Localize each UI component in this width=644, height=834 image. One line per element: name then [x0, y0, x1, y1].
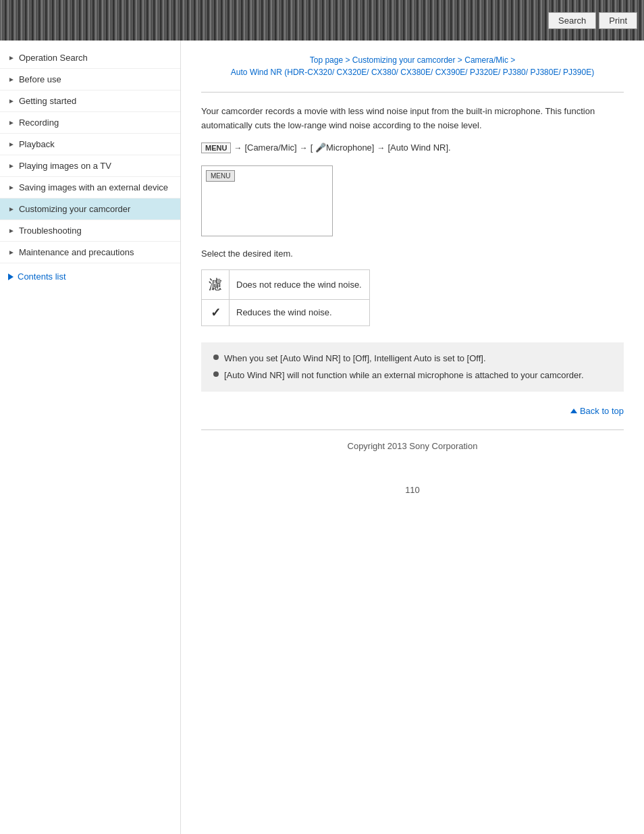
arrow-right-icon [8, 273, 14, 280]
bullet-icon-1 [213, 355, 219, 360]
note-item-2: [Auto Wind NR] will not function while a… [213, 369, 612, 382]
arrow-icon: ► [8, 184, 15, 191]
print-button[interactable]: Print [599, 12, 637, 29]
arrow-icon: ► [8, 249, 15, 256]
sidebar-item-operation-search[interactable]: ► Operation Search [0, 47, 180, 69]
menu-step2: [ 🎤Microphone] [311, 142, 375, 153]
header-buttons: Search Print [548, 12, 637, 29]
select-item-text: Select the desired item. [201, 249, 624, 259]
table-row: ✓ Reduces the wind noise. [202, 299, 370, 325]
sidebar-item-before-use[interactable]: ► Before use [0, 69, 180, 90]
search-button[interactable]: Search [548, 12, 596, 29]
arrow-icon: ► [8, 76, 15, 83]
option-desc-2: Reduces the wind noise. [230, 299, 370, 325]
arrow-icon: ► [8, 162, 15, 170]
description-text: Your camcorder records a movie with less… [201, 105, 624, 133]
screen-menu-button: MENU [206, 170, 235, 182]
option-desc-1: Does not reduce the wind noise. [230, 269, 370, 299]
breadcrumb-customizing[interactable]: Customizing your camcorder [352, 55, 456, 65]
menu-path: MENU → [Camera/Mic] → [ 🎤Microphone] → [… [201, 142, 624, 153]
menu-step1: [Camera/Mic] [244, 142, 296, 153]
option-icon-1: 濾 [202, 269, 230, 299]
arrow-icon: ► [8, 140, 15, 148]
arrow-icon: ► [8, 119, 15, 126]
copyright: Copyright 2013 Sony Corporation [201, 441, 624, 471]
breadcrumb: Top page > Customizing your camcorder > … [201, 54, 624, 78]
note-box: When you set [Auto Wind NR] to [Off], In… [201, 342, 624, 392]
wind-off-icon: 濾 [209, 277, 222, 292]
triangle-up-icon [570, 409, 577, 413]
breadcrumb-camera-mic[interactable]: Camera/Mic [464, 55, 508, 65]
sidebar-item-getting-started[interactable]: ► Getting started [0, 90, 180, 112]
table-row: 濾 Does not reduce the wind noise. [202, 269, 370, 299]
breadcrumb-top[interactable]: Top page [310, 55, 343, 65]
header-bar: Search Print [0, 0, 644, 41]
checkmark-icon: ✓ [211, 306, 221, 319]
arrow-icon: ► [8, 54, 15, 61]
sidebar-item-playback[interactable]: ► Playback [0, 134, 180, 155]
content-area: Top page > Customizing your camcorder > … [181, 41, 644, 834]
sidebar-item-maintenance[interactable]: ► Maintenance and precautions [0, 242, 180, 263]
sidebar-item-customizing[interactable]: ► Customizing your camcorder [0, 199, 180, 220]
bullet-icon-2 [213, 371, 219, 377]
arrow-icon: ► [8, 205, 15, 213]
contents-list-link[interactable]: Contents list [0, 263, 180, 290]
menu-label: MENU [201, 142, 231, 153]
note-item-1: When you set [Auto Wind NR] to [Off], In… [213, 352, 612, 365]
arrow-icon: ► [8, 227, 15, 234]
main-layout: ► Operation Search ► Before use ► Gettin… [0, 41, 644, 834]
menu-arrow-1: → [234, 143, 242, 153]
option-icon-2: ✓ [202, 299, 230, 325]
menu-arrow-3: → [377, 143, 385, 153]
arrow-icon: ► [8, 97, 15, 105]
options-table: 濾 Does not reduce the wind noise. ✓ Redu… [201, 269, 370, 326]
page-number: 110 [201, 471, 624, 502]
footer-divider [201, 429, 624, 430]
top-divider [201, 92, 624, 93]
back-to-top: Back to top [201, 405, 624, 416]
sidebar-item-recording[interactable]: ► Recording [0, 112, 180, 134]
back-to-top-link[interactable]: Back to top [570, 406, 624, 416]
sidebar-item-troubleshooting[interactable]: ► Troubleshooting [0, 220, 180, 242]
menu-step3: [Auto Wind NR]. [387, 142, 450, 153]
sidebar-item-saving-images[interactable]: ► Saving images with an external device [0, 177, 180, 199]
screen-mockup: MENU [201, 165, 333, 236]
sidebar-item-playing-images[interactable]: ► Playing images on a TV [0, 155, 180, 177]
sidebar: ► Operation Search ► Before use ► Gettin… [0, 41, 181, 834]
menu-arrow-2: → [300, 143, 308, 153]
